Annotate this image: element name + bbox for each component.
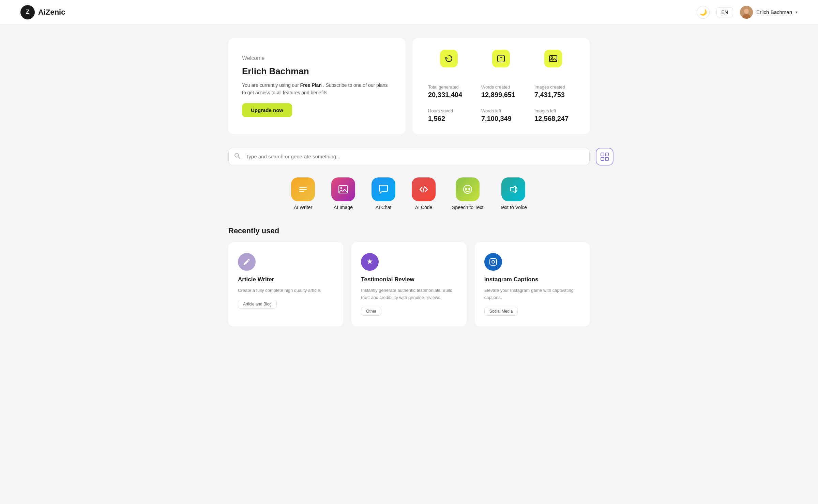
svg-marker-22 — [511, 186, 515, 193]
recently-used-cards: Article Writer Create a fully complete h… — [228, 242, 590, 327]
ai-image-icon — [331, 177, 355, 201]
svg-rect-11 — [601, 157, 604, 160]
theme-toggle-button[interactable]: 🌙 — [697, 6, 710, 19]
testimonial-review-tag: Other — [361, 307, 381, 316]
logo-area: Z AiZenic — [20, 5, 65, 19]
welcome-name: Erlich Bachman — [242, 66, 392, 77]
welcome-card: Welcome Erlich Bachman You are currently… — [228, 38, 406, 134]
svg-point-21 — [468, 188, 470, 190]
search-section — [228, 148, 590, 165]
stat-total-generated: Total generated 20,331,404 — [423, 81, 473, 102]
card-testimonial-review[interactable]: Testimonial Review Instantly generate au… — [351, 242, 466, 327]
total-generated-icon-cell — [440, 46, 458, 70]
svg-text:T: T — [500, 57, 502, 61]
stat-words-created: Words created 12,899,651 — [476, 81, 526, 102]
ai-code-label: AI Code — [415, 205, 433, 210]
tool-ai-code[interactable]: AI Code — [412, 177, 436, 210]
svg-line-8 — [238, 157, 240, 158]
ai-chat-label: AI Chat — [376, 205, 392, 210]
words-created-icon-cell: T — [492, 46, 510, 70]
welcome-plan-bold: Free Plan — [300, 82, 322, 88]
grid-view-button[interactable] — [596, 148, 614, 166]
instagram-captions-icon — [484, 253, 502, 271]
recently-used-section: Recently used Article Writer Create a fu… — [228, 226, 590, 327]
article-writer-desc: Create a fully complete high quality art… — [238, 287, 334, 294]
svg-point-6 — [551, 57, 553, 59]
article-writer-title: Article Writer — [238, 276, 334, 283]
total-generated-icon — [440, 50, 458, 67]
ai-writer-icon — [291, 177, 315, 201]
svg-rect-9 — [601, 153, 604, 156]
stat-hours-saved: Hours saved 1,562 — [423, 105, 473, 126]
stat-images-left: Images left 12,568,247 — [529, 105, 579, 126]
tool-text-to-voice[interactable]: Text to Voice — [500, 177, 527, 210]
user-menu[interactable]: Erlich Bachman ▾ — [740, 6, 798, 19]
logo-icon: Z — [20, 5, 35, 19]
svg-point-1 — [744, 9, 749, 14]
top-section: Welcome Erlich Bachman You are currently… — [228, 38, 590, 134]
svg-point-24 — [492, 261, 495, 263]
search-input[interactable] — [228, 148, 590, 165]
text-to-voice-icon — [501, 177, 525, 201]
welcome-description: You are currently using our Free Plan . … — [242, 81, 392, 97]
card-article-writer[interactable]: Article Writer Create a fully complete h… — [228, 242, 343, 327]
language-button[interactable]: EN — [716, 7, 733, 17]
user-name: Erlich Bachman — [756, 9, 792, 15]
images-created-icon-cell — [544, 46, 562, 70]
tool-ai-image[interactable]: AI Image — [331, 177, 355, 210]
welcome-desc-plain: You are currently using our — [242, 82, 300, 88]
svg-rect-10 — [605, 153, 608, 156]
stat-words-left: Words left 7,100,349 — [476, 105, 526, 126]
avatar-image — [740, 6, 753, 19]
avatar — [740, 6, 753, 19]
tool-speech-to-text[interactable]: Speech to Text — [452, 177, 483, 210]
svg-line-18 — [423, 187, 424, 192]
chevron-down-icon: ▾ — [796, 10, 798, 15]
testimonial-review-icon — [361, 253, 379, 271]
speech-to-text-icon — [456, 177, 480, 201]
instagram-captions-tag: Social Media — [484, 307, 518, 316]
search-icon — [234, 152, 241, 161]
stats-values-grid: Total generated 20,331,404 Words created… — [423, 81, 579, 126]
stats-icons-row: T — [423, 46, 579, 70]
card-instagram-captions[interactable]: Instagram Captions Elevate your Instagra… — [475, 242, 590, 327]
ai-chat-icon — [372, 177, 395, 201]
svg-rect-23 — [490, 258, 497, 265]
text-to-voice-label: Text to Voice — [500, 205, 527, 210]
svg-rect-5 — [549, 56, 557, 62]
tools-section: AI Writer AI Image AI Chat — [228, 177, 590, 210]
svg-point-19 — [464, 185, 472, 193]
ai-writer-label: AI Writer — [294, 205, 312, 210]
upgrade-now-button[interactable]: Upgrade now — [242, 103, 292, 117]
svg-point-20 — [465, 188, 467, 190]
article-writer-tag: Article and Blog — [238, 300, 277, 309]
logo-text: AiZenic — [38, 8, 65, 17]
ai-image-label: AI Image — [334, 205, 353, 210]
recently-used-title: Recently used — [228, 226, 590, 235]
article-writer-icon — [238, 253, 256, 271]
moon-icon: 🌙 — [699, 9, 707, 16]
header: Z AiZenic 🌙 EN Erlich Bachman ▾ — [0, 0, 818, 25]
instagram-captions-title: Instagram Captions — [484, 276, 580, 283]
svg-rect-16 — [339, 186, 348, 193]
stats-card: T Total generated — [412, 38, 590, 134]
ai-code-icon — [412, 177, 436, 201]
svg-point-17 — [340, 187, 342, 189]
welcome-label: Welcome — [242, 55, 392, 61]
tool-ai-chat[interactable]: AI Chat — [372, 177, 395, 210]
testimonial-review-desc: Instantly generate authentic testimonial… — [361, 287, 457, 301]
images-created-icon — [544, 50, 562, 67]
instagram-captions-desc: Elevate your Instagram game with captiva… — [484, 287, 580, 301]
words-created-icon: T — [492, 50, 510, 67]
speech-to-text-label: Speech to Text — [452, 205, 483, 210]
main-content: Welcome Erlich Bachman You are currently… — [222, 25, 596, 340]
stat-images-created: Images created 7,431,753 — [529, 81, 579, 102]
svg-point-7 — [235, 153, 239, 157]
testimonial-review-title: Testimonial Review — [361, 276, 457, 283]
header-right: 🌙 EN Erlich Bachman ▾ — [697, 6, 798, 19]
svg-point-25 — [495, 259, 495, 260]
tool-ai-writer[interactable]: AI Writer — [291, 177, 315, 210]
svg-rect-12 — [605, 157, 608, 160]
